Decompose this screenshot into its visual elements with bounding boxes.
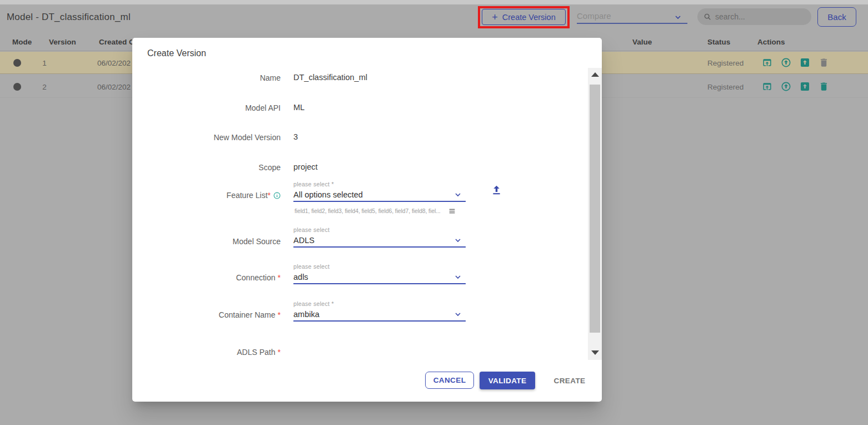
select-floating-label: please select xyxy=(293,263,466,271)
field-label-connection: Connection* xyxy=(132,272,281,283)
select-value: ambika xyxy=(293,310,320,319)
row-actions xyxy=(762,81,829,92)
select-value: ADLS xyxy=(293,236,315,245)
select-floating-label: please select * xyxy=(293,300,466,308)
mode-radio[interactable] xyxy=(13,83,21,91)
compare-underline xyxy=(577,23,687,24)
list-menu-icon[interactable] xyxy=(448,207,456,215)
top-strip xyxy=(0,0,868,4)
field-label-name: Name xyxy=(132,72,281,83)
chevron-down-icon[interactable] xyxy=(453,190,462,199)
select-floating-label: please select * xyxy=(293,181,466,189)
field-value-scope: project xyxy=(293,162,318,172)
create-version-dialog: Create Version Name DT_classification_ml… xyxy=(132,38,602,402)
info-icon[interactable] xyxy=(273,192,281,199)
col-header-version: Version xyxy=(49,38,76,46)
chevron-down-icon[interactable] xyxy=(453,310,462,319)
annotation-highlight-box xyxy=(478,6,570,28)
search-input[interactable]: search... xyxy=(697,8,811,25)
delete-version-icon[interactable] xyxy=(819,57,829,68)
col-header-actions: Actions xyxy=(757,38,785,46)
dialog-scrollbar[interactable] xyxy=(588,68,602,360)
validate-button[interactable]: VALIDATE xyxy=(480,372,535,389)
required-asterisk: * xyxy=(278,348,281,357)
deploy-version-icon[interactable] xyxy=(800,57,810,68)
chevron-down-icon[interactable] xyxy=(674,13,682,22)
col-header-mode: Mode xyxy=(12,38,32,46)
field-value-model-api: ML xyxy=(293,102,305,112)
required-asterisk: * xyxy=(278,310,281,319)
col-header-status: Status xyxy=(707,38,730,46)
connection-select[interactable]: please select adls xyxy=(293,263,466,284)
upload-icon[interactable] xyxy=(491,184,502,196)
mode-radio[interactable] xyxy=(13,59,21,67)
field-value-new-model-version: 3 xyxy=(293,132,298,142)
scrollbar-thumb[interactable] xyxy=(590,85,600,333)
field-label-model-source: Model Source xyxy=(132,236,281,247)
created-on-cell: 06/02/202 xyxy=(97,59,131,67)
field-label-container-name: Container Name* xyxy=(132,309,281,320)
dialog-title: Create Version xyxy=(147,48,206,58)
version-cell: 2 xyxy=(39,83,50,91)
field-label-new-model-version: New Model Version xyxy=(132,132,281,143)
required-asterisk: * xyxy=(268,191,271,200)
created-on-cell: 06/02/202 xyxy=(97,83,131,91)
container-name-select[interactable]: please select * ambika xyxy=(293,300,466,322)
open-model-icon[interactable] xyxy=(762,57,772,68)
scroll-down-icon[interactable] xyxy=(591,350,599,355)
cancel-button[interactable]: CANCEL xyxy=(425,372,474,389)
select-value: adls xyxy=(293,273,308,281)
page-title: Model - DT_classification_ml xyxy=(7,12,131,23)
app-window: Model - DT_classification_ml Mode Versio… xyxy=(0,0,868,425)
model-source-select[interactable]: please select ADLS xyxy=(293,226,466,248)
feature-list-select[interactable]: please select * All options selected xyxy=(293,181,466,202)
search-icon xyxy=(704,13,711,21)
deploy-version-icon[interactable] xyxy=(800,81,810,92)
chevron-down-icon[interactable] xyxy=(453,273,462,281)
row-actions xyxy=(762,57,829,68)
promote-version-icon[interactable] xyxy=(781,57,791,68)
open-model-icon[interactable] xyxy=(762,81,772,92)
feature-list-helper: field1, field2, field3, field4, field5, … xyxy=(293,206,466,215)
compare-select[interactable]: Compare xyxy=(577,11,611,21)
chevron-down-icon[interactable] xyxy=(453,236,462,245)
field-label-model-api: Model API xyxy=(132,102,281,113)
promote-version-icon[interactable] xyxy=(781,81,791,92)
back-button[interactable]: Back xyxy=(817,7,856,27)
delete-version-icon[interactable] xyxy=(819,81,829,92)
back-label: Back xyxy=(827,12,846,22)
create-button[interactable]: CREATE xyxy=(549,373,590,388)
field-value-name: DT_classification_ml xyxy=(293,72,367,82)
field-label-adls-path: ADLS Path* xyxy=(132,347,281,358)
selected-fields-text: field1, field2, field3, field4, field5, … xyxy=(295,207,451,214)
select-value: All options selected xyxy=(293,190,363,199)
status-badge: Registered xyxy=(707,83,744,91)
search-placeholder: search... xyxy=(715,12,745,21)
scroll-up-icon[interactable] xyxy=(591,72,599,77)
status-badge: Registered xyxy=(707,59,744,67)
required-asterisk: * xyxy=(278,273,281,282)
field-label-feature-list: Feature List* xyxy=(132,190,281,201)
col-header-value: Value xyxy=(632,38,652,46)
select-floating-label: please select xyxy=(293,226,466,234)
version-cell: 1 xyxy=(39,59,50,67)
field-label-scope: Scope xyxy=(132,162,281,173)
